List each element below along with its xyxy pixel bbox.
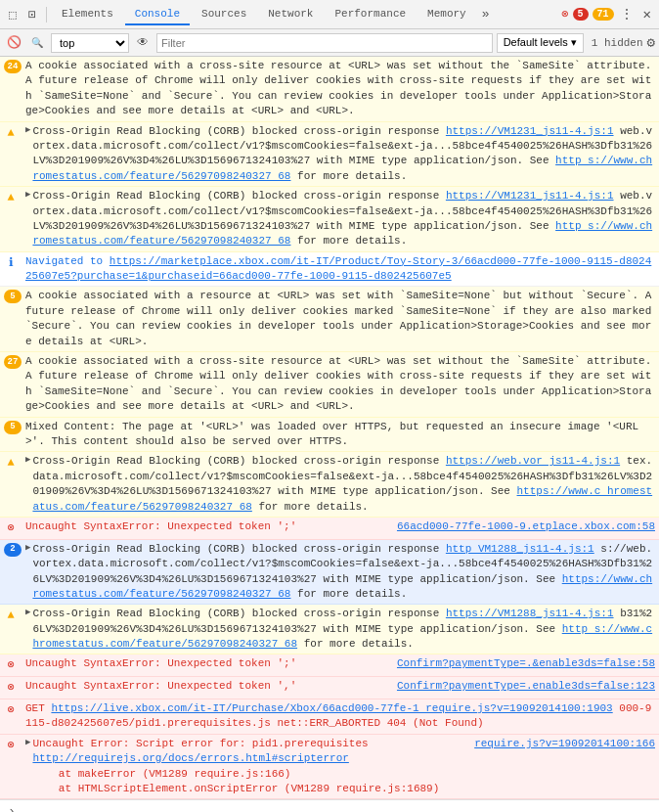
msg-text-11: Cross-Origin Read Blocking (CORB) blocke… [32,607,655,652]
corb-link-3[interactable]: https://web.vor js11-4.js:1 [446,455,620,467]
console-message-5: 5 A cookie associated with a resource at… [0,287,659,352]
error-icon: ⊗ [561,7,568,22]
filter-icon[interactable]: 🔍 [27,33,47,53]
msg-text-10: Cross-Origin Read Blocking (CORB) blocke… [32,542,655,603]
eye-icon[interactable]: 👁 [133,33,153,53]
console-input[interactable] [20,805,651,812]
msg-text-12: Uncaught SyntaxError: Unexpected token '… [25,656,389,671]
console-message-12: ⊗ Uncaught SyntaxError: Unexpected token… [0,654,659,677]
corb-link-2[interactable]: https://VM1231_js11-4.js:1 [446,190,614,202]
msg-left-6: 27 [4,354,25,369]
msg-text-nav: Navigated to https://marketplace.xbox.co… [25,254,655,285]
tab-network[interactable]: Network [258,4,323,25]
navigate-link[interactable]: https://marketplace.xbox.com/it-IT/Produ… [25,255,651,282]
expand-triangle-15[interactable]: ▶ [25,737,30,749]
msg-body-8: ▶ Cross-Origin Read Blocking (CORB) bloc… [25,454,655,515]
error-badges: ⊗ 5 71 [561,7,613,22]
console-message-15: ⊗ ▶ Uncaught Error: Script error for: pi… [0,735,659,800]
context-select[interactable]: top [51,33,129,53]
error-count-badge: 5 [573,8,589,21]
msg-left-11: ▲ [4,607,25,624]
requirejs-link[interactable]: http://requirejs.org/docs/errors.html#sc… [32,752,348,764]
msg-left-2: ▲ [4,124,25,142]
msg-text-5: A cookie associated with a resource at <… [25,289,655,349]
msg-body-13: Uncaught SyntaxError: Unexpected token '… [25,679,655,694]
msg-body-7: Mixed Content: The page at '<URL>' was l… [25,420,655,450]
msg-body-1: A cookie associated with a cross-site re… [25,59,655,119]
close-button[interactable]: ✕ [639,6,655,23]
console-prompt: › [0,799,659,812]
msg-left-8: ▲ [4,454,25,472]
tab-elements[interactable]: Elements [52,4,123,25]
msg-source-13[interactable]: Confirm?paymentType=.enable3ds=false:123 [397,679,655,694]
warning-triangle-icon-3: ▲ [4,190,18,206]
tab-sources[interactable]: Sources [192,4,256,25]
corb-link-1[interactable]: https://VM1231_js11-4.js:1 [446,125,614,137]
msg-left-15: ⊗ [4,737,25,754]
console-message-11: ▲ ▶ Cross-Origin Read Blocking (CORB) bl… [0,605,659,654]
clear-console-button[interactable]: 🚫 [4,33,23,53]
warning-triangle-icon-11: ▲ [4,608,18,624]
console-message-9: ⊗ Uncaught SyntaxError: Unexpected token… [0,518,659,540]
corb-link-4[interactable]: http VM1288_js11-4.js:1 [446,543,594,555]
msg-source-9[interactable]: 66acd000-77fe-1000-9.etplace.xbox.com:58 [397,519,655,534]
msg-body-6: A cookie associated with a cross-site re… [25,354,655,415]
expand-triangle-3[interactable]: ▶ [25,189,30,202]
error-icon-9: ⊗ [4,520,18,537]
console-toolbar: 🚫 🔍 top 👁 Default levels ▾ 1 hidden ⚙ [0,29,659,57]
msg-text-7: Mixed Content: The page at '<URL>' was l… [25,420,655,450]
msg-body-9: Uncaught SyntaxError: Unexpected token '… [25,519,655,534]
msg-left-1: 24 [4,59,25,73]
msg-left-10: 2 [4,542,25,557]
tab-memory[interactable]: Memory [417,4,476,25]
chromestatus-link-3[interactable]: https://www.c hromestatus.com/feature/56… [32,485,652,512]
msg-body-15: ▶ Uncaught Error: Script error for: pid1… [25,737,655,797]
tab-console[interactable]: Console [125,4,190,25]
devtools-tab-bar: ⬚ ⊡ Elements Console Sources Network Per… [0,0,659,29]
error-icon-12: ⊗ [4,657,18,674]
chromestatus-link-2[interactable]: http s://www.chromestatus.com/feature/56… [32,220,652,247]
msg-left-nav: ℹ [4,254,25,272]
console-message-13: ⊗ Uncaught SyntaxError: Unexpected token… [0,677,659,699]
expand-triangle-2[interactable]: ▶ [25,124,30,137]
more-tabs-button[interactable]: » [478,7,494,22]
log-levels-button[interactable]: Default levels ▾ [497,33,584,53]
msg-badge-1: 24 [4,60,22,73]
corb-link-5[interactable]: https://VM1288_js11-4.js:1 [446,608,614,619]
msg-source-12[interactable]: Confirm?paymentType=.&enable3ds=false:58 [397,656,655,671]
expand-triangle-8[interactable]: ▶ [25,454,30,467]
console-output: 24 A cookie associated with a cross-site… [0,57,659,799]
inspect-icon[interactable]: ⬚ [4,6,22,23]
navigate-icon: ℹ [4,255,18,272]
more-options-button[interactable]: ⋮ [616,6,637,23]
msg-left-5: 5 [4,289,25,303]
msg-left-13: ⊗ [4,679,25,697]
msg-text-8: Cross-Origin Read Blocking (CORB) blocke… [32,454,655,515]
get-link[interactable]: https://live.xbox.com/it-IT/Purchase/Xbo… [51,702,612,714]
console-message-7: 5 Mixed Content: The page at '<URL>' was… [0,418,659,453]
tab-performance[interactable]: Performance [325,4,416,25]
chromestatus-link-5[interactable]: http s://www.chromestatus.com/feature/56… [32,623,652,650]
msg-text-1: A cookie associated with a cross-site re… [25,59,655,119]
console-message-6: 27 A cookie associated with a cross-site… [0,352,659,418]
settings-gear-icon[interactable]: ⚙ [647,34,655,51]
console-message-3: ▲ ▶ Cross-Origin Read Blocking (CORB) bl… [0,187,659,252]
msg-left-9: ⊗ [4,519,25,537]
filter-input[interactable] [156,33,493,53]
expand-triangle-11[interactable]: ▶ [25,607,30,619]
expand-triangle-10[interactable]: ▶ [25,542,30,555]
msg-badge-6: 27 [4,355,22,369]
error-icon-14: ⊗ [4,702,18,719]
msg-badge-10: 2 [4,543,22,557]
msg-text-2: Cross-Origin Read Blocking (CORB) blocke… [32,124,655,185]
tab-separator [46,7,47,23]
chromestatus-link-1[interactable]: http s://www.chromestatus.com/feature/56… [32,155,652,181]
device-icon[interactable]: ⊡ [23,6,41,23]
console-message-10: 2 ▶ Cross-Origin Read Blocking (CORB) bl… [0,540,659,606]
msg-text-14: GET https://live.xbox.com/it-IT/Purchase… [25,701,655,732]
console-message-8: ▲ ▶ Cross-Origin Read Blocking (CORB) bl… [0,452,659,518]
msg-source-15[interactable]: require.js?v=19092014100:166 [474,737,655,751]
chromestatus-link-4[interactable]: https://www.chromestatus.com/feature/562… [32,573,652,600]
error-icon-13: ⊗ [4,680,18,697]
console-message-2: ▲ ▶ Cross-Origin Read Blocking (CORB) bl… [0,122,659,188]
